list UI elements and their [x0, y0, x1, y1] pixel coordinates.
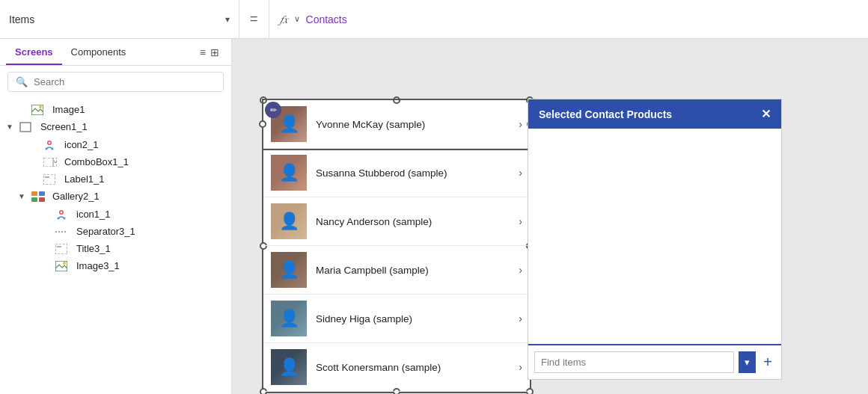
contact-name-1: Yvonne McKay (sample): [316, 119, 510, 130]
svg-point-17: [58, 218, 60, 220]
gallery-item-2[interactable]: 👤Susanna Stubberod (sample)›: [263, 149, 530, 197]
tree-icon-label1_1: [43, 174, 57, 185]
tree-label-icon2_1: icon2_1: [64, 139, 99, 150]
contact-panel-header: Selected Contact Products ✕: [528, 99, 781, 129]
formula-bar: 𝑓𝑥 ∨ Contacts: [269, 13, 868, 26]
chevron-right-icon-5[interactable]: ›: [519, 313, 522, 324]
svg-rect-11: [31, 191, 37, 196]
tree-label-screen1_1: Screen1_1: [40, 121, 88, 132]
tree-label-combobox1_1: ComboBox1_1: [64, 156, 129, 167]
tab-screens[interactable]: Screens: [6, 39, 62, 65]
sidebar: Screens Components ≡ ⊞ 🔍 Image1▼Screen1_…: [0, 39, 232, 394]
svg-point-16: [61, 212, 63, 214]
tree-item-separator3_1[interactable]: Separator3_1: [0, 223, 231, 240]
chevron-right-icon-6[interactable]: ›: [519, 361, 522, 373]
tree-icon-icon1_1: [55, 208, 69, 220]
tree-label-image3_1: Image3_1: [76, 260, 120, 271]
avatar-2: 👤: [271, 155, 307, 191]
add-item-button[interactable]: +: [760, 354, 775, 371]
sidebar-tab-icons: ≡ ⊞: [194, 39, 225, 65]
contact-panel-footer: ▾ +: [528, 345, 781, 379]
equals-sign: =: [239, 0, 269, 38]
items-chevron-icon: ▾: [225, 14, 230, 25]
tree-icon-gallery2_1: [31, 191, 45, 202]
tree-item-label1_1[interactable]: Label1_1: [0, 170, 231, 188]
gallery-item-3[interactable]: 👤Nancy Anderson (sample)›: [263, 197, 530, 246]
avatar-6: 👤: [271, 349, 307, 385]
close-button[interactable]: ✕: [761, 107, 771, 121]
svg-rect-14: [39, 197, 45, 202]
tree-icon-screen1_1: [19, 122, 33, 132]
gallery-item-4[interactable]: 👤Maria Campbell (sample)›: [263, 246, 530, 295]
tree-item-screen1_1[interactable]: ▼Screen1_1: [0, 118, 231, 135]
search-box: 🔍: [7, 72, 224, 92]
edit-icon[interactable]: ✏: [265, 102, 281, 118]
tree-label-icon1_1: icon1_1: [76, 209, 111, 220]
grid-view-icon[interactable]: ⊞: [210, 46, 219, 58]
gallery-widget: ✏👤Yvonne McKay (sample)›👤Susanna Stubber…: [262, 99, 531, 393]
tree-icon-image3_1: [55, 261, 69, 271]
list-view-icon[interactable]: ≡: [200, 46, 206, 58]
items-dropdown[interactable]: Items ▾: [0, 0, 239, 38]
tree-item-gallery2_1[interactable]: ▼Gallery2_1: [0, 188, 231, 205]
contact-name-4: Maria Campbell (sample): [316, 265, 510, 276]
svg-point-23: [63, 262, 66, 265]
fx-chevron-icon: ∨: [294, 14, 300, 24]
tree-item-image1[interactable]: Image1: [0, 101, 231, 118]
avatar-5: 👤: [271, 301, 307, 336]
expand-arrow-gallery2_1[interactable]: ▼: [18, 192, 25, 200]
tree-icon-separator3_1: [55, 228, 69, 236]
avatar-4: 👤: [271, 252, 307, 288]
tree-icon-image1: [31, 105, 45, 115]
chevron-right-icon-4[interactable]: ›: [519, 264, 522, 276]
tree-list: Image1▼Screen1_1icon2_1ComboBox1_1Label1…: [0, 98, 231, 394]
tree-label-gallery2_1: Gallery2_1: [52, 191, 100, 202]
svg-point-18: [64, 218, 66, 220]
contact-panel: Selected Contact Products ✕ ▾ +: [528, 99, 782, 380]
svg-point-5: [46, 148, 48, 150]
search-icon: 🔍: [16, 76, 28, 87]
contact-name-6: Scott Konersmann (sample): [316, 362, 510, 373]
tab-components[interactable]: Components: [62, 39, 135, 65]
tree-label-separator3_1: Separator3_1: [76, 226, 135, 237]
contact-name-2: Susanna Stubberod (sample): [316, 167, 510, 179]
svg-point-1: [39, 105, 42, 108]
contact-name-5: Sidney Higa (sample): [316, 313, 510, 324]
svg-point-4: [49, 142, 51, 144]
chevron-right-icon-3[interactable]: ›: [519, 215, 522, 227]
expand-arrow-screen1_1[interactable]: ▼: [6, 123, 13, 131]
chevron-right-icon-2[interactable]: ›: [519, 167, 522, 179]
tree-icon-combobox1_1: [43, 158, 57, 167]
fx-icon: 𝑓𝑥: [280, 13, 288, 26]
tree-label-image1: Image1: [52, 104, 85, 115]
gallery-item-5[interactable]: 👤Sidney Higa (sample)›: [263, 295, 530, 343]
contact-panel-title: Selected Contact Products: [539, 108, 672, 120]
tree-item-icon1_1[interactable]: icon1_1: [0, 205, 231, 223]
tree-item-icon2_1[interactable]: icon2_1: [0, 135, 231, 153]
main-layout: Screens Components ≡ ⊞ 🔍 Image1▼Screen1_…: [0, 39, 868, 394]
svg-rect-2: [20, 123, 31, 132]
gallery-item-6[interactable]: 👤Scott Konersmann (sample)›: [263, 343, 530, 392]
tree-label-title3_1: Title3_1: [76, 243, 111, 254]
tree-item-combobox1_1[interactable]: ComboBox1_1: [0, 153, 231, 170]
tree-icon-icon2_1: [43, 138, 57, 150]
svg-rect-9: [43, 174, 55, 185]
formula-value: Contacts: [306, 13, 347, 25]
tree-item-image3_1[interactable]: Image3_1: [0, 257, 231, 274]
gallery-item-1[interactable]: ✏👤Yvonne McKay (sample)›: [263, 100, 530, 149]
top-bar: Items ▾ = 𝑓𝑥 ∨ Contacts: [0, 0, 868, 39]
chevron-right-icon-1[interactable]: ›: [519, 118, 522, 130]
canvas-area: ✏👤Yvonne McKay (sample)›👤Susanna Stubber…: [232, 39, 868, 394]
svg-rect-12: [39, 191, 45, 196]
avatar-3: 👤: [271, 203, 307, 239]
contact-name-3: Nancy Anderson (sample): [316, 216, 510, 227]
tree-icon-title3_1: [55, 244, 69, 254]
row-handle-left[interactable]: [259, 120, 266, 128]
find-items-input[interactable]: [534, 351, 734, 373]
find-items-dropdown-icon[interactable]: ▾: [739, 351, 756, 373]
svg-rect-13: [31, 197, 37, 202]
tree-item-title3_1[interactable]: Title3_1: [0, 240, 231, 257]
items-label: Items: [9, 13, 219, 25]
search-input[interactable]: [34, 76, 216, 87]
contact-panel-body: [528, 129, 781, 345]
